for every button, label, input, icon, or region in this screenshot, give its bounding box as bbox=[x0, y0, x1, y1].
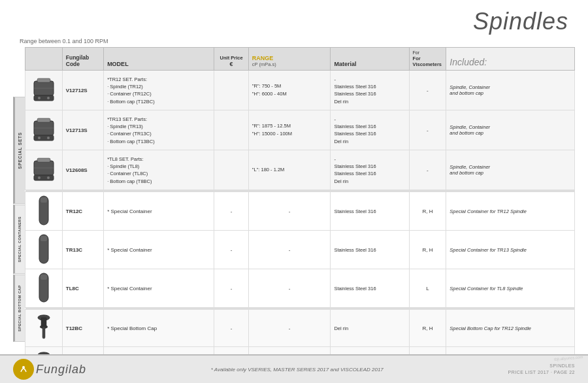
svg-rect-14 bbox=[34, 175, 54, 180]
header: Spindles bbox=[0, 0, 588, 38]
product-code: V12712S bbox=[62, 71, 103, 110]
table-wrapper: Fungilab Code MODEL Unit Price € RANGE c… bbox=[25, 47, 575, 383]
product-model: * Special Container bbox=[104, 192, 214, 231]
svg-rect-8 bbox=[34, 135, 54, 141]
product-price bbox=[214, 110, 248, 150]
product-material: Stainless Steel 316 bbox=[331, 269, 409, 308]
svg-rect-27 bbox=[42, 327, 45, 339]
subtitle: Range between 0.1 and 100 RPM bbox=[0, 38, 588, 47]
product-price: - bbox=[214, 269, 248, 308]
footer-logo: Fungilab bbox=[13, 359, 86, 380]
footer-page-info: SPINDLES PRICE LIST 2017 · PAGE 22 bbox=[508, 363, 575, 376]
svg-rect-7 bbox=[37, 118, 50, 122]
page-title: Spindles bbox=[473, 8, 568, 35]
product-code: TR12C bbox=[62, 192, 103, 231]
product-range: "R": 750 - 5M"H": 6000 - 40M bbox=[248, 71, 331, 110]
product-model: * Special Container bbox=[104, 231, 214, 269]
svg-point-11 bbox=[47, 137, 50, 139]
svg-point-16 bbox=[38, 176, 41, 179]
side-label-sets: SPECIAL SETS bbox=[13, 97, 25, 204]
table-row: TL8C * Special Container - - Stainless S… bbox=[25, 269, 575, 308]
svg-rect-23 bbox=[41, 275, 47, 280]
product-included: Special Bottom Cap for TR12 Spindle bbox=[446, 310, 575, 347]
table-row: V12713S *TR13 SET. Parts: · Spindle (TR1… bbox=[25, 110, 575, 150]
product-image-v12608s bbox=[25, 150, 63, 190]
svg-point-17 bbox=[47, 176, 50, 179]
product-price: - bbox=[214, 310, 248, 347]
product-material: -Stainless Steel 316Stainless Steel 316D… bbox=[331, 150, 409, 190]
product-included: Spindle, Containerand bottom cap bbox=[446, 150, 575, 190]
product-material: Stainless Steel 316 bbox=[331, 231, 409, 269]
product-range: - bbox=[248, 231, 331, 269]
product-code: T12BC bbox=[62, 310, 103, 347]
col-header-included: Included: bbox=[446, 48, 575, 71]
svg-point-4 bbox=[38, 97, 41, 99]
product-image-tr12c bbox=[25, 192, 63, 231]
table-row: V12712S *TR12 SET. Parts: · Spindle (TR1… bbox=[25, 71, 575, 110]
footer: Fungilab * Available only VSERIES, MASTE… bbox=[0, 354, 588, 383]
col-header-range: RANGE cP (mPa.s) bbox=[248, 48, 331, 71]
product-image-tr13c bbox=[25, 231, 63, 269]
product-viscometers: - bbox=[409, 110, 446, 150]
col-header-image bbox=[25, 48, 63, 71]
table-row: TR13C * Special Container - - Stainless … bbox=[25, 231, 575, 269]
product-model: *TR12 SET. Parts: · Spindle (TR12) · Con… bbox=[104, 71, 214, 110]
logo-text: Fungilab bbox=[36, 363, 86, 376]
product-viscometers: R, H bbox=[409, 231, 446, 269]
col-header-code: Fungilab Code bbox=[62, 48, 103, 71]
product-range: "R": 1875 - 12.5M"H": 15000 - 100M bbox=[248, 110, 331, 150]
svg-rect-1 bbox=[37, 78, 50, 82]
product-viscometers: L bbox=[409, 269, 446, 308]
footer-note: * Available only VSERIES, MASTER SERIES … bbox=[211, 367, 384, 373]
product-price bbox=[214, 150, 248, 190]
product-viscometers: - bbox=[409, 150, 446, 190]
product-code: V12608S bbox=[62, 150, 103, 190]
product-image-t12bc bbox=[25, 310, 63, 347]
product-material: -Stainless Steel 316Stainless Steel 316D… bbox=[331, 71, 409, 110]
table-row: T12BC * Special Bottom Cap - - Del rin R… bbox=[25, 310, 575, 347]
product-material: Stainless Steel 316 bbox=[331, 192, 409, 231]
col-header-model: MODEL bbox=[104, 48, 214, 71]
svg-rect-21 bbox=[41, 236, 47, 241]
product-material: -Stainless Steel 316Stainless Steel 316D… bbox=[331, 110, 409, 150]
product-included: Spindle, Containerand bottom cap bbox=[446, 110, 575, 150]
product-included: Special Container for TL8 Spindle bbox=[446, 269, 575, 308]
svg-rect-2 bbox=[34, 95, 54, 101]
product-model: *TL8 SET. Parts: · Spindle (TL8) · Conta… bbox=[104, 150, 214, 190]
col-header-material: Material bbox=[331, 48, 409, 71]
product-code: V12713S bbox=[62, 110, 103, 150]
product-model: * Special Bottom Cap bbox=[104, 310, 214, 347]
table-row: V12608S *TL8 SET. Parts: · Spindle (TL8)… bbox=[25, 150, 575, 190]
product-viscometers: R, H bbox=[409, 310, 446, 347]
table-row: TR12C * Special Container - - Stainless … bbox=[25, 192, 575, 231]
product-included: Special Container for TR13 Spindle bbox=[446, 231, 575, 269]
product-code: TL8C bbox=[62, 269, 103, 308]
product-range: - bbox=[248, 269, 331, 308]
svg-point-36 bbox=[18, 364, 29, 375]
product-code: TR13C bbox=[62, 231, 103, 269]
product-price bbox=[214, 71, 248, 110]
page-container: Spindles Range between 0.1 and 100 RPM S… bbox=[0, 0, 588, 383]
product-range: - bbox=[248, 192, 331, 231]
svg-rect-19 bbox=[41, 197, 47, 203]
product-included: Special Container for TR12 Spindle bbox=[446, 192, 575, 231]
side-label-containers: SPECIAL CONTAINERS bbox=[13, 205, 25, 274]
col-header-price: Unit Price € bbox=[214, 48, 248, 71]
product-image-tl8c bbox=[25, 269, 63, 308]
product-viscometers: - bbox=[409, 71, 446, 110]
svg-point-10 bbox=[38, 137, 41, 139]
product-image-v12712s bbox=[25, 71, 63, 110]
product-material: Del rin bbox=[331, 310, 409, 347]
svg-point-5 bbox=[47, 97, 50, 99]
svg-rect-13 bbox=[37, 158, 50, 162]
product-image-v12713s bbox=[25, 110, 63, 150]
product-range: "L": 180 - 1.2M bbox=[248, 150, 331, 190]
svg-point-37 bbox=[22, 366, 25, 369]
product-viscometers: R, H bbox=[409, 192, 446, 231]
product-price: - bbox=[214, 231, 248, 269]
col-header-viscometers: For For Viscometers bbox=[409, 48, 446, 71]
product-included: Spindle, Containerand bottom cap bbox=[446, 71, 575, 110]
side-label-caps: SPECIAL BOTTOM CAP bbox=[13, 275, 25, 342]
product-range: - bbox=[248, 310, 331, 347]
product-model: * Special Container bbox=[104, 269, 214, 308]
